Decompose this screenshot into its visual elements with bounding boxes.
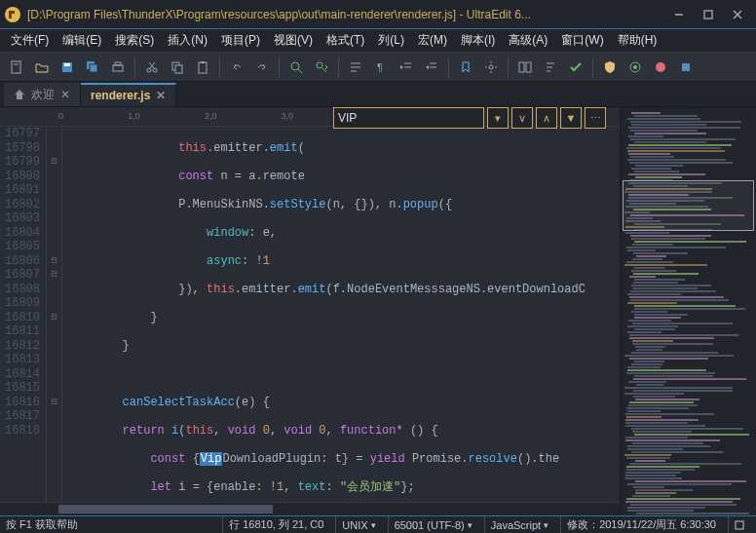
find-more-button[interactable]: ⋯: [585, 107, 606, 129]
menu-advanced[interactable]: 高级(A): [503, 30, 553, 51]
find-next-button[interactable]: ∨: [511, 107, 533, 129]
sort-button[interactable]: [540, 57, 561, 78]
svg-point-40: [656, 62, 665, 72]
settings-icon[interactable]: [624, 57, 646, 78]
tab-welcome[interactable]: 欢迎 ✕: [4, 83, 81, 106]
svg-rect-42: [736, 521, 743, 529]
status-modified: 修改：2019/11/22/周五 6:30:30: [560, 516, 722, 533]
spellcheck-button[interactable]: [565, 57, 586, 78]
svg-rect-41: [682, 63, 690, 71]
find-input[interactable]: [333, 107, 484, 129]
maximize-button[interactable]: [694, 3, 723, 26]
workspace: 01,02,03,04,05,06,07,0 ▾ ∨ ∧ ▼ ⋯ 1679716…: [0, 107, 756, 515]
menu-bar: 文件(F) 编辑(E) 搜索(S) 插入(N) 项目(P) 视图(V) 格式(T…: [0, 29, 756, 53]
svg-point-13: [147, 68, 151, 72]
open-file-button[interactable]: [31, 57, 53, 78]
tab-bar: 欢迎 ✕ renderer.js ✕: [0, 82, 756, 107]
menu-edit[interactable]: 编辑(E): [57, 30, 107, 51]
compare-button[interactable]: [514, 57, 536, 78]
code-area[interactable]: 1679716798167991680016801168021680316804…: [0, 127, 620, 502]
save-all-button[interactable]: [82, 57, 103, 78]
menu-window[interactable]: 窗口(W): [555, 30, 609, 51]
svg-rect-34: [526, 62, 531, 72]
menu-search[interactable]: 搜索(S): [109, 30, 160, 51]
svg-point-39: [633, 65, 637, 69]
find-prev-button[interactable]: ∧: [536, 107, 557, 129]
svg-rect-33: [519, 62, 524, 72]
status-eol[interactable]: UNIX: [335, 516, 381, 533]
svg-rect-20: [201, 61, 205, 63]
svg-point-0: [5, 7, 20, 22]
svg-point-32: [489, 65, 493, 69]
menu-file[interactable]: 文件(F): [5, 30, 55, 51]
status-language[interactable]: JavaScript: [484, 516, 554, 533]
status-help: 按 F1 获取帮助: [6, 517, 78, 532]
shield-icon[interactable]: [599, 57, 621, 78]
menu-format[interactable]: 格式(T): [321, 30, 370, 51]
svg-rect-8: [64, 63, 70, 66]
toggle-wrap-button[interactable]: [345, 57, 366, 78]
toggle-whitespace-button[interactable]: ¶: [370, 57, 392, 78]
record-icon[interactable]: [650, 57, 671, 78]
svg-rect-19: [199, 62, 207, 73]
find-dropdown-button[interactable]: ▾: [487, 107, 509, 129]
replace-button[interactable]: [311, 57, 332, 78]
menu-macro[interactable]: 宏(M): [412, 30, 453, 51]
find-filter-button[interactable]: ▼: [560, 107, 582, 129]
svg-rect-5: [12, 61, 20, 73]
close-icon[interactable]: ✕: [60, 88, 70, 101]
svg-point-23: [317, 62, 322, 68]
menu-column[interactable]: 列(L): [372, 30, 410, 51]
indent-button[interactable]: [396, 57, 417, 78]
new-file-button[interactable]: [6, 57, 27, 78]
status-ins-icon[interactable]: [728, 516, 750, 533]
bookmark-button[interactable]: [455, 57, 476, 78]
tab-label: 欢迎: [31, 87, 55, 103]
stop-icon[interactable]: [675, 57, 697, 78]
redo-button[interactable]: [251, 57, 273, 78]
svg-point-21: [291, 62, 299, 70]
svg-rect-11: [113, 65, 123, 71]
minimize-button[interactable]: [664, 3, 694, 26]
save-button[interactable]: [57, 57, 78, 78]
menu-help[interactable]: 帮助(H): [612, 30, 663, 51]
svg-line-15: [150, 62, 155, 68]
minimap[interactable]: [620, 107, 756, 515]
menu-script[interactable]: 脚本(I): [455, 30, 501, 51]
status-position: 行 16810, 列 21, C0: [222, 516, 329, 533]
fold-column[interactable]: ⊟⊟⊟⊟⊟: [47, 127, 62, 502]
svg-rect-2: [704, 11, 712, 19]
tab-label: renderer.js: [91, 89, 150, 102]
toolbar: ¶: [0, 53, 756, 82]
svg-rect-18: [175, 65, 182, 73]
title-bar: [D:\Program Files\ThunderX\Program\resou…: [0, 0, 756, 29]
svg-line-22: [298, 69, 302, 73]
copy-button[interactable]: [167, 57, 188, 78]
print-button[interactable]: [107, 57, 129, 78]
svg-line-16: [149, 62, 154, 68]
horizontal-scrollbar[interactable]: [0, 502, 620, 515]
menu-view[interactable]: 视图(V): [268, 30, 319, 51]
outdent-button[interactable]: [421, 57, 442, 78]
svg-text:¶: ¶: [377, 61, 383, 73]
status-bar: 按 F1 获取帮助 行 16810, 列 21, C0 UNIX 65001 (…: [0, 515, 756, 533]
cut-button[interactable]: [141, 57, 163, 78]
home-icon: [14, 89, 25, 100]
editor-pane: 01,02,03,04,05,06,07,0 ▾ ∨ ∧ ▼ ⋯ 1679716…: [0, 107, 620, 515]
svg-point-14: [153, 68, 157, 72]
close-button[interactable]: [723, 3, 752, 26]
menu-insert[interactable]: 插入(N): [162, 30, 213, 51]
menu-project[interactable]: 项目(P): [215, 30, 266, 51]
app-icon: [4, 6, 21, 23]
close-icon[interactable]: ✕: [156, 89, 166, 102]
tools-button[interactable]: [480, 57, 502, 78]
status-encoding[interactable]: 65001 (UTF-8): [388, 516, 478, 533]
tab-renderer[interactable]: renderer.js ✕: [81, 83, 176, 106]
find-button[interactable]: [285, 57, 307, 78]
paste-button[interactable]: [192, 57, 213, 78]
undo-button[interactable]: [226, 57, 247, 78]
code-text[interactable]: this.emitter.emit( const n = a.remote P.…: [62, 127, 620, 502]
find-toolbar: ▾ ∨ ∧ ▼ ⋯: [333, 107, 606, 129]
svg-rect-12: [115, 62, 121, 65]
minimap-viewport[interactable]: [623, 180, 754, 231]
